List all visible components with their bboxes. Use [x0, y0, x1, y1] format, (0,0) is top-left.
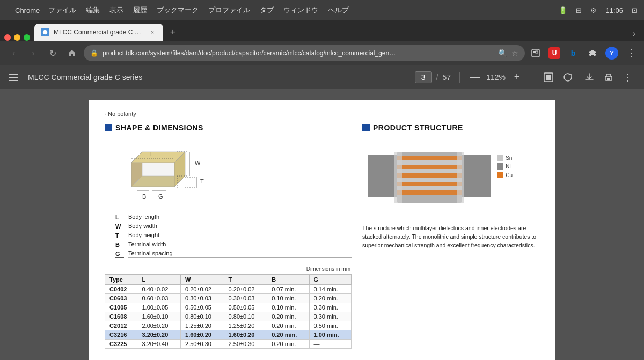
- app-name: Chrome: [15, 6, 40, 14]
- dim-letter-L: L: [115, 214, 124, 221]
- cell-0-0: C0402: [105, 285, 137, 294]
- cell-2-1: 1.00±0.05: [137, 303, 181, 312]
- menu-bar-1: [9, 74, 18, 75]
- shape-dimensions-column: SHAPE & DIMENSIONS: [105, 123, 352, 349]
- browser-tab-active[interactable]: MLCC Commercial grade C s… ×: [34, 24, 163, 41]
- menu-history[interactable]: 履歴: [133, 5, 147, 15]
- cell-5-5: 1.00 min.: [309, 330, 351, 340]
- pdf-toolbar: MLCC Commercial grade C series / 57 — 11…: [0, 65, 644, 89]
- address-input[interactable]: 🔒 product.tdk.com/system/files/dam/doc/p…: [84, 45, 525, 61]
- fit-page-button[interactable]: [541, 70, 556, 85]
- svg-text:W: W: [195, 160, 201, 166]
- cell-5-4: 0.20 min.: [267, 330, 309, 340]
- svg-rect-29: [462, 155, 491, 197]
- col-G: G: [309, 275, 351, 285]
- col-B: B: [267, 275, 309, 285]
- svg-rect-38: [397, 178, 462, 182]
- dim-letter-B: B: [115, 241, 124, 248]
- legend-cu: Cu: [497, 172, 513, 178]
- cell-3-3: 0.80±0.10: [224, 312, 267, 321]
- bookmark-star-icon: ☆: [511, 49, 518, 57]
- dim-row-T: T Body height: [115, 232, 352, 239]
- zoom-in-button[interactable]: +: [510, 71, 523, 84]
- cell-6-1: 3.20±0.40: [137, 340, 181, 349]
- user-profile-button[interactable]: Y: [605, 47, 618, 60]
- structure-legend: Sn Ni Cu: [497, 155, 513, 178]
- menu-edit[interactable]: 編集: [86, 5, 100, 15]
- cell-4-1: 2.00±0.20: [137, 321, 181, 330]
- ni-color: [497, 163, 503, 170]
- dim-row-L: L Body length: [115, 214, 352, 221]
- menu-view[interactable]: 表示: [109, 5, 123, 15]
- svg-marker-12: [131, 163, 174, 187]
- svg-rect-41: [457, 152, 464, 203]
- rotate-button[interactable]: [560, 70, 575, 85]
- menu-window[interactable]: ウィンドウ: [283, 5, 318, 15]
- close-window-button[interactable]: [4, 34, 11, 41]
- minimize-window-button[interactable]: [14, 34, 20, 41]
- col-W: W: [181, 275, 224, 285]
- menu-tabs[interactable]: タブ: [260, 5, 274, 15]
- cell-3-4: 0.20 min.: [267, 312, 309, 321]
- tab-scroll-right-button[interactable]: ›: [628, 29, 640, 39]
- pdf-page: · No polarity SHAPE & DIMENSIONS: [89, 100, 555, 360]
- dim-letter-W: W: [115, 223, 124, 230]
- svg-text:B: B: [142, 193, 146, 200]
- browser-menu-button[interactable]: ⋮: [625, 47, 638, 60]
- home-button[interactable]: [64, 46, 79, 61]
- col-T: T: [224, 275, 267, 285]
- print-button[interactable]: [601, 70, 616, 85]
- cell-2-5: 0.30 min.: [309, 303, 351, 312]
- dimension-table: L Body length W Body width T Body height…: [115, 214, 352, 258]
- clock: 11:06: [605, 6, 623, 14]
- cell-6-4: 0.20 min.: [267, 340, 309, 349]
- search-icon: 🔍: [498, 49, 507, 57]
- cell-4-2: 1.25±0.20: [181, 321, 224, 330]
- table-row: C04020.40±0.020.20±0.020.20±0.020.07 min…: [105, 285, 352, 294]
- cell-0-3: 0.20±0.02: [224, 285, 267, 294]
- cell-0-5: 0.14 min.: [309, 285, 351, 294]
- cell-0-2: 0.20±0.02: [181, 285, 224, 294]
- structure-header-box: [362, 124, 370, 131]
- screen-capture-icon[interactable]: [529, 47, 542, 60]
- maximize-window-button[interactable]: [24, 34, 30, 41]
- menu-profiles[interactable]: プロファイル: [208, 5, 250, 15]
- extensions-icon[interactable]: [586, 47, 599, 60]
- cell-5-2: 1.60±0.20: [181, 330, 224, 340]
- cell-5-3: 1.60±0.20: [224, 330, 267, 340]
- download-button[interactable]: [582, 70, 597, 85]
- pdf-page-input[interactable]: [415, 71, 432, 83]
- cell-5-0: C3216: [105, 330, 137, 340]
- zoom-out-button[interactable]: —: [469, 71, 481, 84]
- pdf-pagination: / 57: [415, 71, 451, 83]
- cell-6-3: 2.50±0.30: [224, 340, 267, 349]
- structure-section-title: PRODUCT STRUCTURE: [373, 123, 463, 132]
- svg-rect-33: [397, 173, 462, 178]
- reload-button[interactable]: ↻: [45, 46, 60, 61]
- toolbar-divider: [459, 72, 460, 83]
- forward-button[interactable]: ›: [26, 46, 41, 61]
- menu-file[interactable]: ファイル: [48, 5, 76, 15]
- profile-u-button[interactable]: U: [548, 47, 560, 59]
- cell-6-0: C3225: [105, 340, 137, 349]
- menu-help[interactable]: ヘルプ: [328, 5, 349, 15]
- sn-color: [497, 155, 503, 161]
- pdf-menu-button[interactable]: [9, 71, 21, 84]
- tab-close-button[interactable]: ×: [148, 28, 157, 36]
- cell-5-1: 3.20±0.20: [137, 330, 181, 340]
- menu-bookmarks[interactable]: ブックマーク: [157, 5, 199, 15]
- expand-icon: ⊡: [632, 6, 638, 14]
- pdf-title: MLCC Commercial grade C series: [28, 73, 408, 82]
- bing-icon[interactable]: b: [567, 47, 580, 60]
- dim-letter-G: G: [115, 251, 124, 258]
- new-tab-button[interactable]: +: [165, 25, 180, 40]
- cell-1-4: 0.10 min.: [267, 294, 309, 303]
- svg-rect-7: [607, 78, 610, 80]
- toolbar-divider-2: [532, 72, 532, 83]
- svg-rect-28: [368, 155, 397, 197]
- back-button[interactable]: ‹: [6, 46, 21, 61]
- tab-bar: MLCC Commercial grade C s… × + ›: [0, 20, 644, 41]
- svg-rect-37: [397, 169, 462, 173]
- pdf-more-button[interactable]: ⋮: [620, 70, 635, 85]
- col-type: Type: [105, 275, 137, 285]
